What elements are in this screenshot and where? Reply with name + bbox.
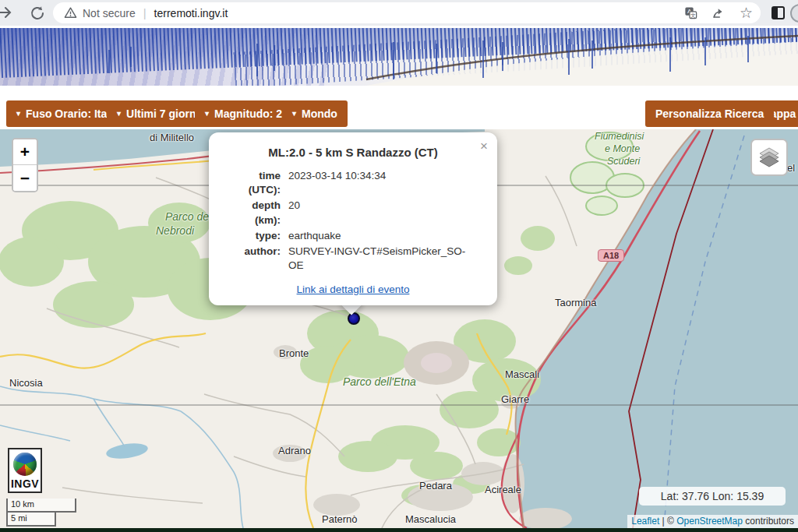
row-label: type:: [226, 228, 288, 244]
ingv-logo[interactable]: INGV: [8, 448, 42, 493]
map-label-adrano: Adrano: [278, 445, 311, 456]
popup-close-icon[interactable]: ×: [480, 139, 488, 153]
mouse-coordinates: Lat: 37.76 Lon: 15.39: [639, 487, 786, 506]
popup-title: ML:2.0 - 5 km S Randazzo (CT): [224, 146, 482, 159]
row-value: SURVEY-INGV-CT#SeismPicker_SO-OE: [288, 244, 475, 273]
map-label-acireale: Acireale: [485, 484, 521, 495]
map-label-giarre: Giarre: [501, 393, 529, 405]
table-row: depth (km): 20: [226, 198, 475, 227]
osm-link[interactable]: OpenStreetMap: [676, 516, 743, 527]
bookmark-star-icon[interactable]: ☆: [740, 5, 753, 20]
svg-text:文: 文: [690, 12, 696, 18]
scale-bar-km: 10 km: [6, 499, 76, 513]
page: Not secure | terremoti.ingv.it A 文 ☆: [0, 0, 798, 532]
zoom-out-button[interactable]: −: [13, 165, 37, 191]
banner-drum-edge: [0, 28, 798, 86]
filter-label: Magnitudo: 2+: [214, 107, 288, 120]
browser-toolbar: Not secure | terremoti.ingv.it A 文 ☆: [0, 0, 798, 26]
map-label-mascali: Mascali: [505, 368, 539, 380]
zoom-in-button[interactable]: +: [13, 139, 37, 165]
row-label: time (UTC):: [226, 168, 288, 198]
profile-avatar[interactable]: [790, 4, 798, 23]
personalizza-ricerca-button[interactable]: Personalizza Ricerca: [645, 100, 774, 127]
map-label-edge-partial: el: [787, 162, 795, 174]
filter-dropdown-mondo[interactable]: ▾Mondo: [282, 100, 348, 127]
table-row: author: SURVEY-INGV-CT#SeismPicker_SO-OE: [226, 244, 475, 273]
map-label-pedara: Pedara: [419, 480, 452, 491]
filter-toolbar: Mappa Personalizza Ricerca ▾Fuso Orario:…: [0, 86, 798, 129]
caret-down-icon: ▾: [16, 110, 20, 118]
map-label-fiumedinisi-1: Fiumedinisi: [595, 131, 644, 142]
row-label: depth (km):: [226, 198, 288, 227]
row-value: 20: [288, 198, 475, 227]
address-bar[interactable]: Not secure | terremoti.ingv.it A 文 ☆: [53, 2, 761, 23]
map-label-parco-etna: Parco dell'Etna: [343, 375, 416, 388]
event-popup: × ML:2.0 - 5 km S Randazzo (CT) time (UT…: [209, 132, 497, 305]
filter-label: Ultimi 7 giorni: [126, 107, 199, 120]
map-label-nicosia: Nicosia: [9, 377, 43, 389]
attribution-rest: contributors: [743, 516, 794, 527]
filter-label: Mondo: [302, 107, 337, 120]
map-label-taormina: Taormina: [555, 297, 596, 308]
row-label: author:: [226, 244, 288, 273]
table-row: type: earthquake: [226, 228, 475, 244]
url-text[interactable]: terremoti.ingv.it: [154, 7, 683, 19]
lake: [105, 441, 149, 460]
a18-road-badge: A18: [598, 249, 624, 262]
map-attribution: Leaflet | © OpenStreetMap contributors: [627, 515, 798, 528]
scale-bar-mi: 5 mi: [6, 513, 56, 527]
caret-down-icon: ▾: [117, 110, 121, 118]
personalizza-label: Personalizza Ricerca: [655, 107, 764, 120]
footer-strip: [0, 528, 798, 532]
side-panel-icon[interactable]: [772, 6, 785, 19]
row-value: 2023-03-14 10:34:34: [288, 168, 475, 198]
map-label-paterno: Paternò: [322, 513, 358, 525]
map-label-fiumedinisi-2: e Monte: [605, 143, 640, 154]
earthquake-marker[interactable]: [348, 312, 360, 325]
map-label-mascalucia: Mascalucia: [405, 513, 456, 525]
popup-details-table: time (UTC): 2023-03-14 10:34:34 depth (k…: [226, 168, 475, 274]
row-value: earthquake: [288, 228, 475, 244]
layers-control[interactable]: [750, 139, 788, 176]
filter-dropdown-ultimi-7-giorni[interactable]: ▾Ultimi 7 giorni: [107, 100, 209, 127]
security-label: Not secure: [83, 7, 136, 19]
leaflet-link[interactable]: Leaflet: [631, 516, 659, 527]
seismogram-banner-image: [0, 28, 798, 86]
map-label-fiumedinisi-3: Scuderi: [607, 156, 640, 167]
ingv-globe-icon: [13, 453, 37, 476]
caret-down-icon: ▾: [205, 110, 209, 118]
translate-icon[interactable]: A 文: [683, 5, 698, 20]
event-details-link[interactable]: Link ai dettagli di evento: [224, 284, 482, 295]
share-icon[interactable]: [711, 5, 726, 20]
filter-label: Fuso Orario: Italia: [26, 107, 119, 120]
map-label-parco-nebrodi-2: Nebrodi: [156, 224, 194, 237]
sea-east: [515, 129, 798, 528]
attribution-sep: | ©: [659, 516, 676, 527]
zoom-control: + −: [12, 138, 38, 192]
map-label-parco-nebrodi-1: Parco dei: [165, 210, 211, 223]
leaflet-map[interactable]: di MilitelloParco deiNebrodiNicosiaBront…: [0, 129, 798, 528]
map-label-bronte: Bronte: [279, 347, 309, 359]
table-row: time (UTC): 2023-03-14 10:34:34: [226, 168, 475, 198]
caret-down-icon: ▾: [292, 110, 296, 118]
not-secure-icon: [64, 6, 77, 19]
layers-icon: [757, 146, 781, 169]
omnibox-divider: |: [143, 6, 147, 19]
forward-icon[interactable]: [0, 3, 16, 22]
reload-icon[interactable]: [28, 4, 47, 23]
ingv-logo-text: INGV: [11, 477, 39, 490]
map-label-di-militello: di Militello: [150, 132, 194, 143]
etna-crater: [421, 353, 452, 373]
